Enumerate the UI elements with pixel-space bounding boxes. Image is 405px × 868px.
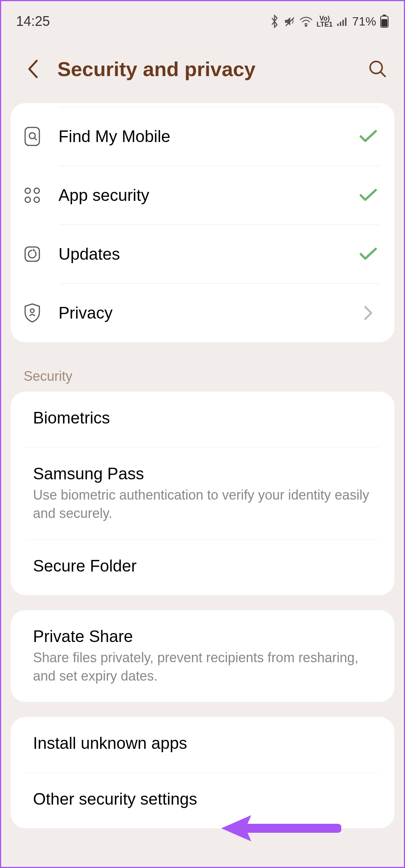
- bluetooth-icon: [269, 15, 280, 28]
- list-item-other-security-settings[interactable]: Other security settings: [10, 773, 394, 828]
- update-icon: [21, 243, 44, 265]
- battery-icon: [380, 15, 389, 28]
- volte-icon: Vo)LTE1: [316, 15, 333, 27]
- svg-point-16: [25, 197, 30, 202]
- svg-rect-8: [381, 19, 387, 27]
- list-title: Samsung Pass: [33, 464, 372, 483]
- status-bar: 14:25 Vo)LTE1: [1, 1, 404, 35]
- svg-rect-2: [337, 24, 339, 26]
- quick-label: App security: [58, 186, 357, 205]
- list-item-samsung-pass[interactable]: Samsung Pass Use biometric authenticatio…: [10, 447, 394, 539]
- list-title: Other security settings: [33, 790, 372, 808]
- list-subtitle: Use biometric authentication to verify y…: [33, 486, 372, 522]
- check-icon: [357, 243, 380, 265]
- security-group2-card: Private Share Share files privately, pre…: [10, 610, 394, 702]
- chevron-right-icon: [357, 302, 380, 324]
- svg-line-10: [381, 72, 385, 76]
- quick-item-app-security[interactable]: App security: [10, 166, 394, 224]
- check-icon: [357, 184, 380, 207]
- apps-grid-icon: [21, 184, 44, 207]
- list-item-secure-folder[interactable]: Secure Folder: [10, 540, 394, 595]
- svg-rect-4: [342, 20, 344, 26]
- list-title: Biometrics: [33, 409, 372, 427]
- page-title: Security and privacy: [57, 57, 351, 81]
- svg-point-19: [30, 309, 34, 313]
- svg-rect-5: [345, 18, 346, 26]
- find-my-mobile-icon: [21, 125, 44, 148]
- privacy-shield-icon: [21, 302, 44, 324]
- security-group1-card: Biometrics Samsung Pass Use biometric au…: [10, 392, 394, 595]
- status-time: 14:25: [16, 13, 50, 29]
- list-title: Secure Folder: [33, 557, 372, 575]
- svg-point-17: [34, 197, 39, 202]
- search-button[interactable]: [366, 58, 389, 80]
- quick-settings-card: Find My Mobile App security: [10, 103, 394, 342]
- battery-percent: 71%: [352, 15, 376, 28]
- list-item-private-share[interactable]: Private Share Share files privately, pre…: [10, 610, 394, 702]
- list-subtitle: Share files privately, prevent recipient…: [33, 649, 372, 685]
- quick-label: Updates: [58, 245, 357, 263]
- quick-label: Privacy: [58, 304, 357, 322]
- quick-item-updates[interactable]: Updates: [10, 225, 394, 283]
- svg-rect-18: [25, 247, 39, 261]
- list-title: Install unknown apps: [33, 734, 372, 753]
- back-button[interactable]: [24, 60, 42, 78]
- security-group3-card: Install unknown apps Other security sett…: [10, 717, 394, 828]
- quick-label: Find My Mobile: [58, 127, 357, 146]
- quick-item-find-my-mobile[interactable]: Find My Mobile: [10, 107, 394, 166]
- signal-icon: [336, 16, 348, 27]
- list-item-install-unknown-apps[interactable]: Install unknown apps: [10, 717, 394, 772]
- mute-icon: [284, 15, 296, 27]
- check-icon: [357, 125, 380, 148]
- page-header: Security and privacy: [1, 35, 404, 103]
- svg-line-13: [34, 138, 36, 140]
- list-title: Private Share: [33, 627, 372, 646]
- status-icons-group: Vo)LTE1 71%: [269, 15, 389, 28]
- svg-rect-11: [25, 127, 39, 145]
- svg-point-15: [34, 188, 39, 193]
- quick-item-privacy[interactable]: Privacy: [10, 284, 394, 342]
- wifi-icon: [299, 16, 313, 27]
- section-header-security: Security: [1, 357, 404, 392]
- svg-point-14: [25, 188, 30, 193]
- list-item-biometrics[interactable]: Biometrics: [10, 392, 394, 447]
- svg-point-1: [305, 25, 307, 27]
- svg-rect-3: [340, 22, 341, 26]
